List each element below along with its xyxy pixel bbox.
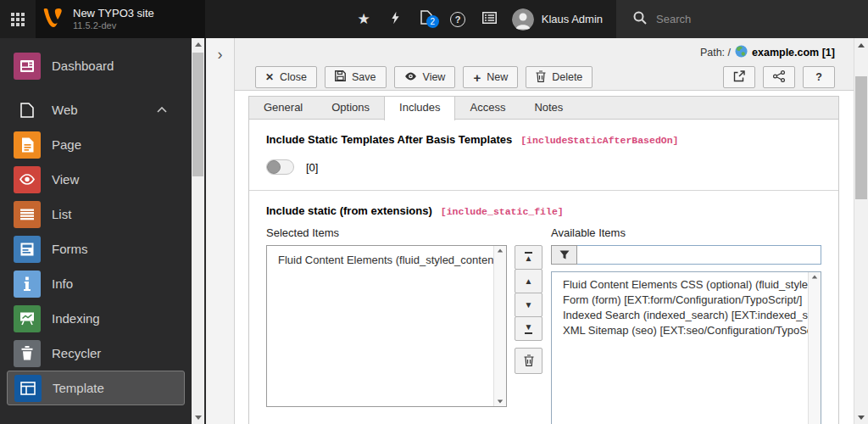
view-button[interactable]: View	[394, 66, 456, 88]
site-title: New TYPO3 site	[73, 7, 154, 20]
path-label: Path: /	[700, 47, 731, 59]
available-items-label: Available Items	[551, 226, 821, 240]
open-documents-button[interactable]: 2	[411, 0, 442, 38]
list-icon	[482, 12, 497, 27]
open-in-new-window-button[interactable]	[723, 66, 755, 88]
scroll-up-arrow[interactable]	[812, 276, 817, 279]
filter-button[interactable]	[551, 245, 577, 265]
section-include-static: Include static (from extensions)[include…	[249, 191, 838, 424]
chevron-up-icon[interactable]	[157, 107, 167, 113]
sidebar-item-label: Info	[52, 276, 73, 291]
available-item-option[interactable]: Indexed Search (indexed_search) [EXT:ind…	[552, 308, 821, 323]
sidebar-item-page[interactable]: Page	[0, 127, 206, 162]
sidebar-item-view[interactable]: View	[0, 162, 206, 197]
question-mark-icon: ?	[815, 71, 822, 83]
sidebar-item-label: Forms	[52, 242, 88, 256]
available-items-list[interactable]: Fluid Content Elements CSS (optional) (f…	[551, 271, 821, 424]
close-icon: ✕	[265, 72, 274, 82]
content-area: Path: / example.com [1] ✕ Close Save	[235, 38, 854, 424]
module-menu: Dashboard Web Page View	[0, 38, 206, 424]
list-control-buttons: ▲ ▲ ▼ ▼	[515, 245, 542, 374]
tab-notes[interactable]: Notes	[520, 97, 577, 119]
sidebar-item-label: Indexing	[52, 311, 100, 326]
move-down-button[interactable]: ▼	[515, 293, 542, 317]
selected-item-option[interactable]: Fluid Content Elements (fluid_styled_con…	[267, 246, 506, 268]
scroll-down-arrow[interactable]	[192, 411, 204, 424]
site-version: 11.5.2-dev	[73, 20, 154, 31]
eye-icon	[14, 166, 41, 193]
move-up-button[interactable]: ▲	[515, 269, 542, 293]
static-after-toggle[interactable]	[266, 159, 294, 175]
page-icon	[14, 131, 41, 159]
toggle-knob	[267, 160, 281, 174]
field-key: [includeStaticAfterBasedOn]	[520, 135, 678, 146]
available-item-option[interactable]: XML Sitemap (seo) [EXT:seo/Configuration…	[552, 323, 821, 338]
tab-bar: General Options Includes Access Notes	[248, 96, 839, 119]
site-brand[interactable]: New TYPO3 site 11.5.2-dev	[36, 0, 205, 38]
delete-button[interactable]: Delete	[526, 66, 593, 88]
sidebar-item-template[interactable]: Template	[7, 371, 185, 405]
move-to-top-button[interactable]: ▲	[515, 245, 542, 270]
expand-pagetree-button[interactable]: ›	[212, 45, 229, 64]
module-menu-toggle-button[interactable]	[0, 0, 36, 38]
sidebar-scrollbar[interactable]	[192, 38, 204, 424]
sidebar-item-recycler[interactable]: Recycler	[0, 336, 206, 371]
available-item-option[interactable]: Form (form) [EXT:form/Configuration/Typo…	[552, 293, 821, 308]
search-input[interactable]	[656, 13, 834, 25]
tab-includes[interactable]: Includes	[384, 97, 455, 120]
scroll-up-arrow[interactable]	[498, 249, 503, 253]
toggle-value-label: [0]	[306, 161, 318, 174]
save-button[interactable]: Save	[325, 66, 387, 88]
share-button[interactable]	[763, 66, 795, 88]
selected-items-list[interactable]: Fluid Content Elements (fluid_styled_con…	[266, 245, 507, 407]
close-button[interactable]: ✕ Close	[255, 66, 317, 88]
sidebar-item-dashboard[interactable]: Dashboard	[0, 48, 206, 83]
available-item-option[interactable]: Fluid Content Elements CSS (optional) (f…	[552, 272, 821, 293]
sidebar-item-label: View	[52, 172, 79, 187]
pagetree-collapsed-strip: ›	[206, 38, 235, 424]
tab-options[interactable]: Options	[317, 97, 384, 119]
doc-header-buttons: ✕ Close Save View + New	[255, 66, 593, 88]
tab-access[interactable]: Access	[455, 97, 520, 119]
sidebar-item-list[interactable]: List	[0, 197, 206, 232]
move-to-bottom-button[interactable]: ▼	[515, 316, 542, 341]
scrollbar-thumb[interactable]	[192, 53, 203, 176]
sidebar-item-info[interactable]: Info	[0, 266, 206, 301]
available-list-scrollbar[interactable]	[808, 272, 821, 424]
system-information-button[interactable]	[474, 0, 505, 38]
field-key: [include_static_file]	[441, 206, 564, 217]
tab-general[interactable]: General	[249, 97, 317, 119]
page-scrollbar[interactable]	[854, 38, 868, 424]
move-down-icon: ▼	[525, 301, 533, 310]
path-site-ref[interactable]: example.com [1]	[752, 47, 835, 59]
search-icon	[633, 11, 647, 28]
selected-list-scrollbar[interactable]	[493, 246, 506, 406]
star-icon: ★	[358, 12, 370, 26]
sidebar-item-forms[interactable]: Forms	[0, 232, 206, 266]
scroll-up-arrow[interactable]	[192, 38, 204, 51]
bolt-icon	[391, 11, 400, 28]
section-static-after: Include Static Templates After Basis Tem…	[249, 120, 838, 191]
sidebar-item-indexing[interactable]: Indexing	[0, 301, 206, 336]
shortcuts-button[interactable]: ★	[348, 0, 380, 38]
indexing-icon	[14, 305, 41, 332]
trash-icon	[14, 340, 41, 367]
filter-input[interactable]	[577, 245, 821, 265]
scroll-down-arrow[interactable]	[854, 410, 868, 424]
new-button[interactable]: + New	[463, 66, 518, 88]
globe-icon	[735, 45, 748, 60]
share-icon	[773, 70, 785, 85]
scrollbar-thumb[interactable]	[855, 76, 867, 199]
scroll-up-arrow[interactable]	[854, 38, 868, 52]
remove-item-button[interactable]	[515, 348, 542, 374]
scroll-down-arrow[interactable]	[498, 400, 503, 404]
help-toolbar-button[interactable]: ?	[442, 0, 474, 38]
user-menu-button[interactable]: Klaus Admin	[505, 0, 616, 38]
sidebar-item-web[interactable]: Web	[0, 92, 206, 127]
move-to-top-icon: ▲	[525, 252, 533, 263]
floppy-icon	[335, 70, 346, 84]
question-icon: ?	[450, 12, 465, 27]
clear-cache-button[interactable]	[380, 0, 411, 38]
move-to-bottom-icon: ▼	[525, 323, 533, 334]
help-button[interactable]: ?	[803, 66, 835, 88]
